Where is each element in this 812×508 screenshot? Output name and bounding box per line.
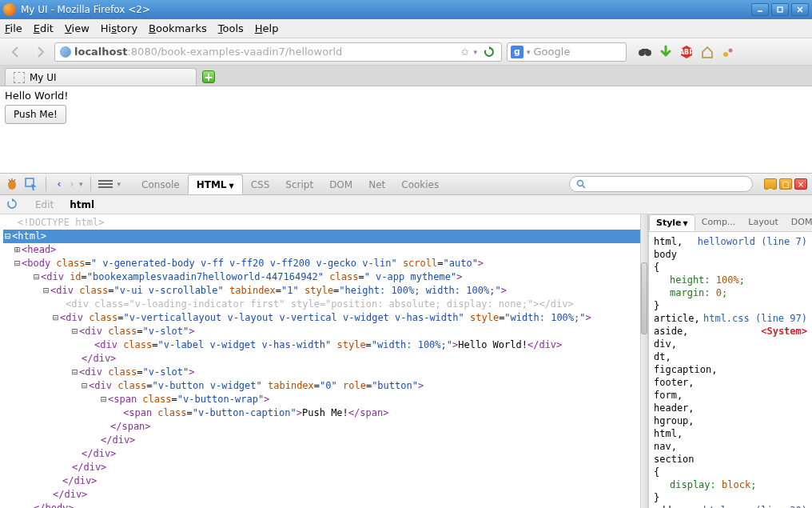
side-tab-layout[interactable]: Layout — [742, 214, 784, 231]
firefox-logo-icon — [3, 3, 16, 16]
url-text: localhost:8080/book-examples-vaadin7/hel… — [74, 46, 457, 58]
url-history-dropdown[interactable]: ▾ — [473, 48, 477, 56]
svg-rect-6 — [642, 49, 648, 51]
tab-title: My UI — [30, 72, 57, 83]
firebug-toolbar: ‹ › ▾ ▾ Console HTML▼ CSS Script DOM Net… — [0, 173, 812, 195]
download-arrow-icon[interactable] — [659, 45, 673, 59]
svg-line-17 — [583, 186, 585, 188]
firebug-tab-script[interactable]: Script — [277, 175, 321, 194]
firebug-html-tree[interactable]: <!DOCTYPE html> ⊟<html> ⊞<head> ⊟<body c… — [0, 214, 640, 508]
firebug-search-input[interactable] — [569, 176, 753, 192]
firebug-refresh-icon[interactable] — [6, 198, 19, 211]
svg-point-10 — [729, 48, 733, 52]
window-close-button[interactable] — [791, 3, 809, 16]
google-search-engine-icon[interactable]: g — [511, 46, 523, 58]
side-tab-style[interactable]: Style▼ — [649, 214, 695, 231]
menu-file[interactable]: File — [5, 22, 22, 34]
firebug-css-rules[interactable]: html,helloworld (line 7) body { height: … — [649, 232, 812, 508]
search-icon — [576, 179, 586, 189]
menu-edit[interactable]: Edit — [34, 22, 54, 34]
extension-icon[interactable] — [721, 45, 735, 59]
firebug-forward-button[interactable]: › — [66, 178, 78, 190]
firebug-icon[interactable] — [5, 177, 19, 191]
hello-label: Hello World! — [5, 90, 807, 102]
menu-view[interactable]: View — [65, 22, 90, 34]
rss-icon[interactable]: ✩ — [460, 46, 468, 58]
firebug-close-button[interactable]: × — [794, 178, 807, 190]
window-maximize-button[interactable] — [771, 3, 789, 16]
firebug-edit-button[interactable]: Edit — [35, 199, 54, 210]
menu-history[interactable]: History — [101, 22, 137, 34]
firebug-splitter[interactable] — [640, 214, 648, 508]
svg-rect-1 — [778, 7, 782, 12]
new-tab-button[interactable]: + — [200, 68, 217, 86]
navigation-toolbar: localhost:8080/book-examples-vaadin7/hel… — [0, 38, 812, 66]
firebug-side-panel: Style▼ Comp... Layout DOM html,helloworl… — [648, 214, 812, 508]
tab-favicon — [14, 72, 25, 83]
tab-strip: My UI + — [0, 66, 812, 86]
inspect-element-icon[interactable] — [24, 177, 38, 191]
firebug-breadcrumb-html[interactable]: html — [70, 199, 94, 210]
firebug-back-button[interactable]: ‹ — [54, 178, 65, 190]
firebug-tab-net[interactable]: Net — [360, 175, 393, 194]
menu-bookmarks[interactable]: Bookmarks — [149, 22, 207, 34]
svg-point-9 — [723, 52, 728, 57]
firebug-panel-menu-dropdown[interactable]: ▾ — [117, 180, 121, 188]
binoculars-icon[interactable] — [638, 45, 652, 59]
firebug-tab-html[interactable]: HTML▼ — [188, 174, 243, 194]
window-titlebar: My UI - Mozilla Firefox <2> — [0, 0, 812, 19]
search-engine-dropdown[interactable]: ▾ — [527, 48, 531, 56]
firebug-panel-menu-icon[interactable] — [98, 177, 113, 191]
firebug-history-dropdown[interactable]: ▾ — [79, 180, 83, 188]
firebug-tab-css[interactable]: CSS — [243, 175, 278, 194]
side-tab-computed[interactable]: Comp... — [695, 214, 742, 231]
svg-text:ABP: ABP — [679, 49, 694, 56]
menubar: File Edit View History Bookmarks Tools H… — [0, 19, 812, 38]
adblock-icon[interactable]: ABP — [679, 45, 694, 59]
search-placeholder: Google — [534, 46, 571, 58]
firebug-detach-button[interactable]: ▢ — [779, 178, 792, 190]
reload-button[interactable] — [482, 45, 496, 59]
menu-help[interactable]: Help — [255, 22, 279, 34]
menu-tools[interactable]: Tools — [218, 22, 244, 34]
window-minimize-button[interactable] — [751, 3, 769, 16]
search-box[interactable]: g ▾ Google — [507, 42, 627, 62]
firebug-tab-console[interactable]: Console — [133, 175, 188, 194]
browser-tab[interactable]: My UI — [5, 68, 197, 86]
svg-point-16 — [578, 181, 583, 186]
scrollbar-thumb[interactable] — [641, 262, 647, 334]
site-identity-icon[interactable] — [60, 46, 71, 58]
page-content: Hello World! Push Me! — [0, 86, 812, 173]
forward-button[interactable] — [30, 42, 50, 62]
firebug-breadcrumb-bar: Edit html — [0, 195, 812, 214]
firebug-tab-dom[interactable]: DOM — [321, 175, 360, 194]
home-button[interactable] — [700, 45, 714, 59]
firebug-tab-cookies[interactable]: Cookies — [393, 175, 447, 194]
svg-point-11 — [8, 180, 16, 190]
window-title: My UI - Mozilla Firefox <2> — [21, 4, 751, 15]
firebug-minimize-button[interactable]: _ — [764, 178, 777, 190]
push-me-button[interactable]: Push Me! — [5, 105, 66, 124]
side-tab-dom[interactable]: DOM — [785, 214, 812, 231]
url-bar[interactable]: localhost:8080/book-examples-vaadin7/hel… — [54, 42, 502, 62]
html-node-selected: ⊟<html> — [3, 230, 640, 243]
back-button[interactable] — [6, 42, 26, 62]
